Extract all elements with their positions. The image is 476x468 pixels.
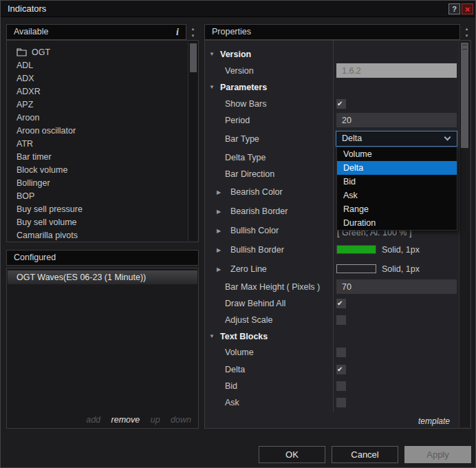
draw-behind-all-checkbox[interactable]: ✔ <box>336 299 346 308</box>
properties-scroll-spinner[interactable]: ▲ ▼ <box>462 25 472 40</box>
property-row-draw-behind-all: Draw Behind All ✔ <box>205 297 457 310</box>
show-bars-label: Show Bars <box>225 98 266 110</box>
title-bar[interactable]: Indicators ? × <box>1 1 475 17</box>
scroll-down-icon[interactable]: ▼ <box>462 32 472 39</box>
configured-actions: add remove up down <box>78 415 191 425</box>
available-header: Available i <box>6 24 186 40</box>
list-item[interactable]: Aroon oscillator <box>7 125 198 138</box>
zero-line-color-swatch[interactable] <box>336 264 376 273</box>
info-icon[interactable]: i <box>176 25 179 39</box>
draw-behind-all-label: Draw Behind All <box>225 297 285 310</box>
available-scroll-spinner[interactable]: ▲ ▼ <box>188 25 198 40</box>
properties-header-label: Properties <box>212 27 251 36</box>
bullish-color-label: Bullish Color <box>230 224 279 237</box>
expand-icon[interactable]: ▶ <box>217 187 221 199</box>
properties-header: Properties <box>204 24 460 40</box>
adjust-scale-checkbox[interactable]: ✔ <box>336 315 346 325</box>
chevron-down-icon <box>444 134 451 141</box>
bullish-border-value[interactable]: Solid, 1px <box>382 244 420 256</box>
zero-line-label: Zero Line <box>230 263 267 275</box>
properties-panel: ▼ Version Version ▼ Parameters Show Bars… <box>204 40 471 429</box>
list-item[interactable]: Aroon <box>7 111 198 125</box>
remove-button[interactable]: remove <box>111 415 140 425</box>
dropdown-option[interactable]: Bid <box>337 175 457 189</box>
available-header-label: Available <box>14 27 49 36</box>
collapse-icon[interactable]: ▼ <box>209 331 215 342</box>
volume-checkbox[interactable]: ✔ <box>336 348 346 357</box>
expand-icon[interactable]: ▶ <box>217 206 221 218</box>
zero-line-value[interactable]: Solid, 1px <box>382 263 420 275</box>
bid-checkbox[interactable]: ✔ <box>336 381 346 391</box>
property-row-delta: Delta ✔ <box>205 363 457 376</box>
list-item[interactable]: Buy sell pressure <box>7 203 198 216</box>
bar-max-height-label: Bar Max Height ( Pixels ) <box>225 281 320 293</box>
list-item[interactable]: Camarilla pivots <box>7 229 198 242</box>
properties-scrollbar[interactable] <box>459 41 470 427</box>
list-item[interactable]: BOP <box>7 190 198 203</box>
add-button[interactable]: add <box>86 415 100 425</box>
scrollbar-thumb[interactable] <box>461 43 468 148</box>
check-icon: ✔ <box>337 99 343 109</box>
version-label: Version <box>225 65 254 77</box>
ok-button[interactable]: OK <box>259 446 325 463</box>
list-item[interactable]: Buy sell volume <box>7 216 198 229</box>
bar-max-height-input[interactable] <box>336 279 457 294</box>
list-item[interactable]: ADX <box>7 72 198 85</box>
scroll-down-icon[interactable]: ▼ <box>188 32 198 39</box>
property-row-ask: Ask ✔ <box>205 396 457 409</box>
show-bars-checkbox[interactable]: ✔ <box>336 99 346 109</box>
close-button[interactable]: × <box>462 3 473 14</box>
available-list: OGT ADL ADX ADXR APZ Aroon Aroon oscilla… <box>6 40 199 242</box>
available-scrollbar[interactable] <box>188 41 197 241</box>
list-item[interactable]: ADXR <box>7 85 198 98</box>
bearish-color-label: Bearish Color <box>230 186 283 198</box>
cancel-button[interactable]: Cancel <box>332 446 398 463</box>
ask-checkbox[interactable]: ✔ <box>336 398 346 407</box>
scroll-up-icon[interactable]: ▲ <box>462 25 472 32</box>
configured-header-label: Configured <box>14 253 56 262</box>
collapse-icon[interactable]: ▼ <box>209 49 215 60</box>
adjust-scale-label: Adjust Scale <box>225 314 272 326</box>
scrollbar-thumb[interactable] <box>190 43 197 72</box>
section-title: Text Blocks <box>220 331 268 342</box>
expand-icon[interactable]: ▶ <box>217 264 221 276</box>
delta-label: Delta <box>225 363 245 376</box>
down-button[interactable]: down <box>171 415 191 425</box>
dropdown-option[interactable]: Volume <box>337 147 457 161</box>
indicators-dialog: Indicators ? × Available i ▲ ▼ OGT ADL A… <box>0 0 476 468</box>
property-row-zero-line: ▶ Zero Line Solid, 1px <box>205 263 457 275</box>
bid-label: Bid <box>225 380 237 392</box>
list-item[interactable]: Bar timer <box>7 151 198 164</box>
list-item[interactable]: ATR <box>7 138 198 151</box>
ask-label: Ask <box>225 396 239 409</box>
help-button[interactable]: ? <box>448 3 460 14</box>
section-text-blocks[interactable]: ▼ Text Blocks <box>205 331 453 342</box>
list-item[interactable]: Block volume <box>7 164 198 177</box>
section-parameters[interactable]: ▼ Parameters <box>205 82 453 93</box>
property-row-volume: Volume ✔ <box>205 346 457 359</box>
list-item-ogt-folder[interactable]: OGT <box>7 45 198 59</box>
list-item[interactable]: APZ <box>7 98 198 111</box>
scroll-up-icon[interactable]: ▲ <box>188 25 198 32</box>
expand-icon[interactable]: ▶ <box>217 244 221 257</box>
property-row-adjust-scale: Adjust Scale ✔ <box>205 314 457 326</box>
bar-direction-label: Bar Direction <box>225 168 274 180</box>
period-input[interactable] <box>336 113 457 127</box>
dropdown-option[interactable]: Ask <box>337 189 457 202</box>
bar-type-select[interactable]: Delta <box>336 131 457 147</box>
property-row-bid: Bid ✔ <box>205 380 457 392</box>
dropdown-option[interactable]: Delta <box>337 161 457 175</box>
delta-checkbox[interactable]: ✔ <box>336 365 346 374</box>
up-button[interactable]: up <box>151 415 160 425</box>
template-link[interactable]: template <box>418 416 450 426</box>
expand-icon[interactable]: ▶ <box>217 225 221 237</box>
list-item[interactable]: ADL <box>7 59 198 72</box>
bullish-border-color-swatch[interactable] <box>336 245 376 254</box>
dropdown-option[interactable]: Duration <box>337 216 457 230</box>
check-icon: ✔ <box>337 299 343 308</box>
configured-item-selected[interactable]: OGT Waves(ES 06-23 (1 Minute)) <box>8 270 197 284</box>
list-item[interactable]: Bollinger <box>7 177 198 190</box>
collapse-icon[interactable]: ▼ <box>209 82 215 93</box>
section-version[interactable]: ▼ Version <box>205 49 453 60</box>
dropdown-option[interactable]: Range <box>337 202 457 216</box>
